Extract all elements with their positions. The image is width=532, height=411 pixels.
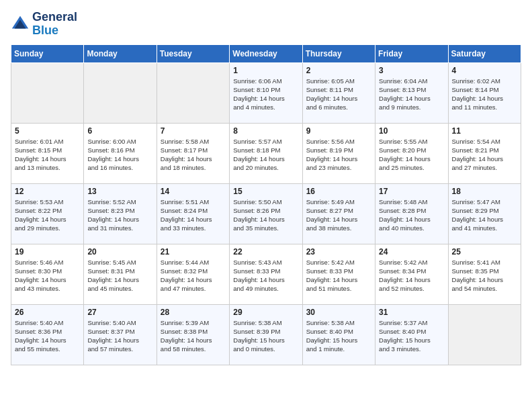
day-number: 18 bbox=[452, 187, 517, 196]
calendar-cell: 19Sunrise: 5:46 AM Sunset: 8:30 PM Dayli… bbox=[11, 244, 84, 304]
day-info: Sunrise: 5:42 AM Sunset: 8:33 PM Dayligh… bbox=[306, 258, 371, 293]
day-number: 3 bbox=[379, 66, 444, 75]
calendar-cell: 20Sunrise: 5:45 AM Sunset: 8:31 PM Dayli… bbox=[84, 244, 157, 304]
day-number: 29 bbox=[233, 308, 298, 317]
day-info: Sunrise: 5:43 AM Sunset: 8:33 PM Dayligh… bbox=[233, 258, 298, 293]
day-number: 23 bbox=[306, 247, 371, 257]
calendar-cell: 7Sunrise: 5:58 AM Sunset: 8:17 PM Daylig… bbox=[157, 123, 229, 183]
day-number: 12 bbox=[15, 187, 80, 196]
day-info: Sunrise: 6:04 AM Sunset: 8:13 PM Dayligh… bbox=[379, 77, 444, 112]
day-number: 16 bbox=[306, 187, 371, 196]
calendar-week-2: 5Sunrise: 6:01 AM Sunset: 8:15 PM Daylig… bbox=[11, 123, 521, 183]
calendar-cell bbox=[157, 62, 229, 123]
day-number: 15 bbox=[233, 187, 298, 196]
calendar-cell: 21Sunrise: 5:44 AM Sunset: 8:32 PM Dayli… bbox=[157, 244, 229, 304]
day-info: Sunrise: 5:58 AM Sunset: 8:17 PM Dayligh… bbox=[161, 137, 226, 173]
calendar-cell: 8Sunrise: 5:57 AM Sunset: 8:18 PM Daylig… bbox=[230, 123, 302, 183]
day-number: 27 bbox=[87, 308, 152, 317]
day-info: Sunrise: 5:48 AM Sunset: 8:28 PM Dayligh… bbox=[379, 197, 444, 233]
calendar-week-1: 1Sunrise: 6:06 AM Sunset: 8:10 PM Daylig… bbox=[11, 62, 521, 123]
weekday-header-wednesday: Wednesday bbox=[230, 44, 302, 62]
day-info: Sunrise: 5:57 AM Sunset: 8:18 PM Dayligh… bbox=[233, 137, 298, 173]
day-number: 6 bbox=[87, 126, 152, 136]
day-info: Sunrise: 5:40 AM Sunset: 8:37 PM Dayligh… bbox=[87, 318, 152, 354]
weekday-header-monday: Monday bbox=[84, 44, 157, 62]
calendar-cell: 11Sunrise: 5:54 AM Sunset: 8:21 PM Dayli… bbox=[448, 123, 521, 183]
calendar-cell: 28Sunrise: 5:39 AM Sunset: 8:38 PM Dayli… bbox=[157, 304, 229, 365]
day-info: Sunrise: 5:56 AM Sunset: 8:19 PM Dayligh… bbox=[306, 137, 371, 173]
weekday-header-saturday: Saturday bbox=[448, 44, 521, 62]
calendar-cell: 10Sunrise: 5:55 AM Sunset: 8:20 PM Dayli… bbox=[375, 123, 448, 183]
weekday-header-tuesday: Tuesday bbox=[157, 44, 229, 62]
calendar-cell: 1Sunrise: 6:06 AM Sunset: 8:10 PM Daylig… bbox=[230, 62, 302, 123]
day-number: 5 bbox=[15, 126, 80, 136]
day-info: Sunrise: 5:54 AM Sunset: 8:21 PM Dayligh… bbox=[452, 137, 517, 173]
day-info: Sunrise: 6:05 AM Sunset: 8:11 PM Dayligh… bbox=[306, 77, 371, 112]
day-number: 19 bbox=[15, 247, 80, 257]
day-info: Sunrise: 5:41 AM Sunset: 8:35 PM Dayligh… bbox=[452, 258, 517, 293]
day-info: Sunrise: 5:55 AM Sunset: 8:20 PM Dayligh… bbox=[379, 137, 444, 173]
calendar-cell: 5Sunrise: 6:01 AM Sunset: 8:15 PM Daylig… bbox=[11, 123, 84, 183]
calendar-week-3: 12Sunrise: 5:53 AM Sunset: 8:22 PM Dayli… bbox=[11, 183, 521, 244]
calendar-header: SundayMondayTuesdayWednesdayThursdayFrid… bbox=[11, 44, 521, 62]
calendar-cell: 25Sunrise: 5:41 AM Sunset: 8:35 PM Dayli… bbox=[448, 244, 521, 304]
calendar-week-4: 19Sunrise: 5:46 AM Sunset: 8:30 PM Dayli… bbox=[11, 244, 521, 304]
day-number: 8 bbox=[233, 126, 298, 136]
logo-icon bbox=[11, 15, 30, 34]
day-number: 2 bbox=[306, 66, 371, 75]
calendar-cell: 27Sunrise: 5:40 AM Sunset: 8:37 PM Dayli… bbox=[84, 304, 157, 365]
day-info: Sunrise: 5:45 AM Sunset: 8:31 PM Dayligh… bbox=[87, 258, 152, 293]
day-info: Sunrise: 5:44 AM Sunset: 8:32 PM Dayligh… bbox=[161, 258, 226, 293]
day-number: 20 bbox=[87, 247, 152, 257]
day-number: 28 bbox=[161, 308, 226, 317]
day-info: Sunrise: 5:38 AM Sunset: 8:39 PM Dayligh… bbox=[233, 318, 298, 354]
calendar-cell bbox=[84, 62, 157, 123]
day-number: 30 bbox=[306, 308, 371, 317]
day-number: 26 bbox=[15, 308, 80, 317]
day-info: Sunrise: 6:00 AM Sunset: 8:16 PM Dayligh… bbox=[87, 137, 152, 173]
day-info: Sunrise: 5:47 AM Sunset: 8:29 PM Dayligh… bbox=[452, 197, 517, 233]
logo-text: General Blue bbox=[32, 11, 77, 38]
calendar-cell: 23Sunrise: 5:42 AM Sunset: 8:33 PM Dayli… bbox=[302, 244, 375, 304]
calendar-cell: 18Sunrise: 5:47 AM Sunset: 8:29 PM Dayli… bbox=[448, 183, 521, 244]
day-info: Sunrise: 5:51 AM Sunset: 8:24 PM Dayligh… bbox=[161, 197, 226, 233]
calendar-cell: 13Sunrise: 5:52 AM Sunset: 8:23 PM Dayli… bbox=[84, 183, 157, 244]
logo: General Blue bbox=[11, 11, 77, 38]
day-number: 14 bbox=[161, 187, 226, 196]
calendar-cell bbox=[11, 62, 84, 123]
day-info: Sunrise: 6:06 AM Sunset: 8:10 PM Dayligh… bbox=[233, 77, 298, 112]
day-number: 25 bbox=[452, 247, 517, 257]
day-info: Sunrise: 6:02 AM Sunset: 8:14 PM Dayligh… bbox=[452, 77, 517, 112]
day-info: Sunrise: 6:01 AM Sunset: 8:15 PM Dayligh… bbox=[15, 137, 80, 173]
calendar-cell: 15Sunrise: 5:50 AM Sunset: 8:26 PM Dayli… bbox=[230, 183, 302, 244]
day-info: Sunrise: 5:50 AM Sunset: 8:26 PM Dayligh… bbox=[233, 197, 298, 233]
day-number: 24 bbox=[379, 247, 444, 257]
calendar-cell: 3Sunrise: 6:04 AM Sunset: 8:13 PM Daylig… bbox=[375, 62, 448, 123]
calendar-cell: 31Sunrise: 5:37 AM Sunset: 8:40 PM Dayli… bbox=[375, 304, 448, 365]
day-number: 4 bbox=[452, 66, 517, 75]
calendar-cell: 4Sunrise: 6:02 AM Sunset: 8:14 PM Daylig… bbox=[448, 62, 521, 123]
calendar-cell: 9Sunrise: 5:56 AM Sunset: 8:19 PM Daylig… bbox=[302, 123, 375, 183]
day-number: 9 bbox=[306, 126, 371, 136]
day-info: Sunrise: 5:46 AM Sunset: 8:30 PM Dayligh… bbox=[15, 258, 80, 293]
calendar-cell: 12Sunrise: 5:53 AM Sunset: 8:22 PM Dayli… bbox=[11, 183, 84, 244]
day-number: 7 bbox=[161, 126, 226, 136]
weekday-header-sunday: Sunday bbox=[11, 44, 84, 62]
calendar-body: 1Sunrise: 6:06 AM Sunset: 8:10 PM Daylig… bbox=[11, 62, 521, 365]
calendar-cell: 30Sunrise: 5:38 AM Sunset: 8:40 PM Dayli… bbox=[302, 304, 375, 365]
day-number: 10 bbox=[379, 126, 444, 136]
calendar-cell: 24Sunrise: 5:42 AM Sunset: 8:34 PM Dayli… bbox=[375, 244, 448, 304]
day-info: Sunrise: 5:40 AM Sunset: 8:36 PM Dayligh… bbox=[15, 318, 80, 354]
calendar-cell: 17Sunrise: 5:48 AM Sunset: 8:28 PM Dayli… bbox=[375, 183, 448, 244]
day-number: 11 bbox=[452, 126, 517, 136]
calendar-cell: 6Sunrise: 6:00 AM Sunset: 8:16 PM Daylig… bbox=[84, 123, 157, 183]
day-number: 13 bbox=[87, 187, 152, 196]
calendar-cell: 2Sunrise: 6:05 AM Sunset: 8:11 PM Daylig… bbox=[302, 62, 375, 123]
page-header: General Blue bbox=[11, 11, 521, 38]
day-info: Sunrise: 5:52 AM Sunset: 8:23 PM Dayligh… bbox=[87, 197, 152, 233]
calendar-cell bbox=[448, 304, 521, 365]
day-info: Sunrise: 5:49 AM Sunset: 8:27 PM Dayligh… bbox=[306, 197, 371, 233]
day-number: 21 bbox=[161, 247, 226, 257]
calendar-cell: 29Sunrise: 5:38 AM Sunset: 8:39 PM Dayli… bbox=[230, 304, 302, 365]
day-number: 1 bbox=[233, 66, 298, 75]
